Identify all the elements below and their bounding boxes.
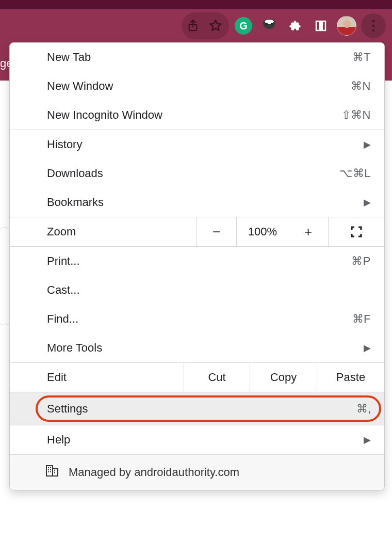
menu-item-label: New Incognito Window xyxy=(47,108,341,122)
menu-row-zoom: Zoom − 100% + xyxy=(10,217,384,247)
managed-by-row[interactable]: Managed by androidauthority.com xyxy=(10,455,384,490)
chrome-main-menu: New Tab ⌘T New Window ⌘N New Incognito W… xyxy=(9,42,385,490)
building-icon xyxy=(46,465,59,480)
managed-by-text: Managed by androidauthority.com xyxy=(69,466,239,479)
edit-copy-button[interactable]: Copy xyxy=(250,363,317,392)
more-menu-button[interactable] xyxy=(361,13,386,38)
zoom-value: 100% xyxy=(237,217,288,246)
svg-rect-13 xyxy=(50,469,51,470)
shortcut-text: ⌘F xyxy=(352,312,371,326)
menu-item-label: Settings xyxy=(47,402,356,416)
profile-avatar[interactable] xyxy=(335,14,358,37)
browser-toolbar: G xyxy=(0,9,392,42)
submenu-arrow-icon: ▶ xyxy=(364,434,371,446)
window-frame-top xyxy=(0,0,392,9)
shortcut-text: ⇧⌘N xyxy=(341,108,371,122)
menu-item-find[interactable]: Find... ⌘F xyxy=(10,305,384,333)
svg-rect-14 xyxy=(48,471,49,472)
menu-item-label: More Tools xyxy=(47,341,364,355)
shortcut-text: ⌘, xyxy=(356,402,371,416)
shortcut-text: ⌘T xyxy=(352,51,371,64)
zoom-label: Zoom xyxy=(10,217,197,246)
zoom-out-button[interactable]: − xyxy=(197,217,237,246)
zoom-in-button[interactable]: + xyxy=(288,217,329,246)
submenu-arrow-icon: ▶ xyxy=(364,342,371,354)
menu-item-history[interactable]: History ▶ xyxy=(10,130,384,159)
menu-item-print[interactable]: Print... ⌘P xyxy=(10,247,384,276)
menu-item-label: New Window xyxy=(47,80,351,93)
svg-rect-16 xyxy=(54,470,55,471)
menu-item-label: New Tab xyxy=(47,51,352,64)
shortcut-text: ⌘N xyxy=(351,80,371,93)
extensions-puzzle-icon[interactable] xyxy=(284,14,306,37)
shortcut-text: ⌥⌘L xyxy=(339,167,371,180)
menu-item-label: Find... xyxy=(47,312,352,326)
svg-point-7 xyxy=(372,29,374,31)
menu-item-settings[interactable]: Settings ⌘, xyxy=(10,392,384,425)
svg-point-6 xyxy=(372,24,374,27)
svg-point-5 xyxy=(372,20,374,22)
svg-point-1 xyxy=(266,23,268,25)
reading-mode-icon[interactable] xyxy=(309,14,332,37)
badger-extension-icon[interactable] xyxy=(258,14,281,37)
share-icon[interactable] xyxy=(182,14,204,37)
edit-paste-button[interactable]: Paste xyxy=(317,363,384,392)
menu-item-cast[interactable]: Cast... xyxy=(10,276,384,305)
fullscreen-button[interactable] xyxy=(329,217,384,246)
edit-cut-button[interactable]: Cut xyxy=(184,363,250,392)
menu-item-new-window[interactable]: New Window ⌘N xyxy=(10,72,384,101)
menu-item-label: Print... xyxy=(47,255,351,268)
edit-label: Edit xyxy=(10,363,184,392)
menu-item-label: Help xyxy=(47,433,364,447)
svg-rect-15 xyxy=(50,471,51,472)
svg-rect-17 xyxy=(54,472,55,473)
menu-item-new-tab[interactable]: New Tab ⌘T xyxy=(10,43,384,72)
submenu-arrow-icon: ▶ xyxy=(364,139,371,150)
menu-item-label: Cast... xyxy=(47,283,371,297)
menu-item-label: History xyxy=(47,138,364,151)
submenu-arrow-icon: ▶ xyxy=(364,197,371,208)
menu-item-downloads[interactable]: Downloads ⌥⌘L xyxy=(10,159,384,188)
menu-item-label: Downloads xyxy=(47,167,339,180)
menu-item-more-tools[interactable]: More Tools ▶ xyxy=(10,333,384,362)
menu-row-edit: Edit Cut Copy Paste xyxy=(10,362,384,392)
svg-rect-4 xyxy=(319,21,323,30)
menu-item-new-incognito[interactable]: New Incognito Window ⇧⌘N xyxy=(10,101,384,130)
shortcut-text: ⌘P xyxy=(351,255,371,268)
menu-item-bookmarks[interactable]: Bookmarks ▶ xyxy=(10,188,384,217)
bookmark-star-icon[interactable] xyxy=(204,14,227,37)
svg-point-2 xyxy=(271,23,273,25)
svg-rect-11 xyxy=(50,467,51,468)
svg-rect-10 xyxy=(48,467,49,468)
svg-rect-8 xyxy=(46,466,53,476)
grammarly-extension-icon[interactable]: G xyxy=(232,14,255,37)
svg-rect-12 xyxy=(48,469,49,470)
omnibox-actions-pill xyxy=(182,12,229,39)
menu-item-label: Bookmarks xyxy=(47,196,364,209)
menu-item-help[interactable]: Help ▶ xyxy=(10,425,384,454)
